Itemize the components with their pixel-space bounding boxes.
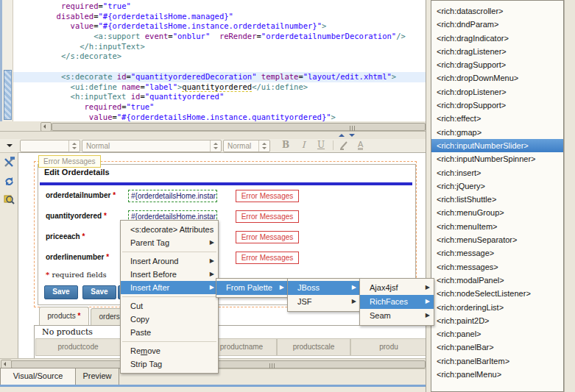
palette-item[interactable]: <rich:nodeSelectListener> bbox=[431, 287, 563, 300]
collapse-up-icon[interactable] bbox=[339, 134, 345, 137]
visual-design-pane[interactable]: Error Messages Edit Orderdetails orderde… bbox=[18, 152, 426, 359]
code-line[interactable]: value="#{orderdetailsHome.instance.order… bbox=[13, 21, 426, 32]
menu-item[interactable]: RichFaces▶ bbox=[360, 295, 434, 309]
table-header-productcode[interactable]: productcode bbox=[35, 338, 121, 356]
bold-button[interactable]: B bbox=[278, 140, 293, 151]
palette-item[interactable]: <rich:menuSeparator> bbox=[431, 233, 563, 246]
richfaces-palette[interactable]: <rich:datascroller><rich:dndParam><rich:… bbox=[431, 0, 564, 392]
preferences-search-icon[interactable] bbox=[3, 193, 15, 206]
table-header-produ[interactable]: produ bbox=[350, 338, 426, 356]
palette-item[interactable]: <rich:messages> bbox=[431, 260, 563, 274]
font-style-combo[interactable] bbox=[20, 140, 80, 152]
italic-button[interactable]: I bbox=[296, 140, 311, 151]
menu-item[interactable]: Seam▶ bbox=[360, 309, 434, 323]
code-token: id bbox=[117, 72, 127, 81]
menu-item[interactable]: Insert Before▶ bbox=[121, 268, 218, 281]
menu-item[interactable]: Remove bbox=[121, 344, 218, 357]
scrollbar-thumb[interactable] bbox=[52, 123, 426, 131]
code-line[interactable]: <s:decorate id="quantityorderedDecoratio… bbox=[13, 72, 426, 82]
palette-item[interactable]: <rich:dropSupport> bbox=[431, 99, 563, 112]
palette-item[interactable]: <rich:dragIndicator> bbox=[431, 32, 563, 45]
menu-item[interactable]: Parent Tag▶ bbox=[121, 236, 218, 249]
annotation-ruler[interactable] bbox=[2, 0, 13, 121]
code-token: "label" bbox=[145, 82, 177, 91]
tab-preview[interactable]: Preview bbox=[75, 368, 119, 385]
table-header-productscale[interactable]: productscale bbox=[277, 338, 350, 356]
field-input[interactable]: #{orderdetailsHome.instar bbox=[128, 190, 217, 202]
panel-title: Edit Orderdetails bbox=[44, 168, 110, 177]
code-line[interactable]: required="true" bbox=[13, 102, 426, 113]
save-button[interactable]: Save bbox=[82, 285, 116, 299]
combo-spinner-icon[interactable] bbox=[210, 140, 221, 152]
palette-item[interactable]: <rich:dropDownMenu> bbox=[431, 71, 563, 85]
palette-item[interactable]: <rich:dropListener> bbox=[431, 85, 563, 99]
tools-icon[interactable] bbox=[3, 156, 15, 168]
code-line[interactable]: disabled="#{orderdetailsHome.managed}" bbox=[13, 12, 426, 22]
code-horizontal-scrollbar[interactable] bbox=[0, 121, 426, 132]
font-size-combo[interactable]: Normal bbox=[223, 140, 270, 152]
code-line[interactable]: <a:support event="onblur" reRender="orde… bbox=[13, 32, 426, 42]
menu-item[interactable]: Insert Around▶ bbox=[121, 254, 218, 268]
menu-item[interactable]: Cut bbox=[121, 299, 218, 313]
underline-button[interactable]: U bbox=[314, 140, 328, 151]
palette-item[interactable]: <rich:dragListener> bbox=[431, 45, 563, 58]
code-line[interactable]: </s:decorate> bbox=[13, 51, 426, 62]
code-line[interactable]: </h:inputText> bbox=[13, 42, 426, 52]
palette-item[interactable]: <rich:panel> bbox=[431, 327, 563, 341]
empty-table-text: No products bbox=[42, 327, 93, 337]
menu-separator bbox=[122, 252, 216, 252]
palette-item[interactable]: <rich:menuItem> bbox=[431, 220, 563, 233]
collapse-down-icon[interactable] bbox=[349, 134, 355, 137]
menu-item-label: Paste bbox=[130, 328, 151, 337]
font-color-icon[interactable]: A bbox=[358, 140, 363, 150]
palette-item[interactable]: <rich:datascroller> bbox=[431, 4, 563, 18]
code-token: > bbox=[331, 113, 336, 121]
menu-item-label: Cut bbox=[130, 302, 143, 310]
menu-item[interactable]: From Palette▶ bbox=[216, 281, 288, 295]
combo-spinner-icon[interactable] bbox=[68, 140, 80, 152]
code-token: name bbox=[121, 82, 140, 91]
menu-item[interactable]: JSF▶ bbox=[288, 295, 360, 309]
palette-item[interactable]: <rich:inputNumberSlider> bbox=[431, 139, 563, 152]
dropdown-arrow-icon[interactable] bbox=[7, 144, 13, 147]
menu-item[interactable]: Copy bbox=[121, 313, 218, 326]
palette-item[interactable]: <rich:effect> bbox=[431, 112, 563, 125]
code-line[interactable]: <ui:define name="label">quantityordered<… bbox=[13, 82, 426, 93]
palette-item[interactable]: <rich:dragSupport> bbox=[431, 58, 563, 71]
menu-item[interactable]: <s:decorate> Attributes bbox=[121, 223, 218, 236]
palette-item[interactable]: <rich:insert> bbox=[431, 166, 563, 179]
refresh-icon[interactable] bbox=[3, 175, 15, 188]
menu-item[interactable]: Insert After▶ bbox=[121, 281, 218, 294]
paragraph-format-combo[interactable]: Normal bbox=[82, 140, 222, 152]
palette-item[interactable]: <rich:orderingList> bbox=[431, 301, 563, 314]
tab-visual-source[interactable]: Visual/Source bbox=[0, 368, 76, 385]
submenu-arrow-icon: ▶ bbox=[426, 295, 430, 308]
palette-item[interactable]: <rich:paint2D> bbox=[431, 314, 563, 327]
menu-item[interactable]: Paste bbox=[121, 326, 218, 339]
menu-item[interactable]: Ajax4jsf▶ bbox=[360, 281, 434, 295]
palette-item[interactable]: <rich:message> bbox=[431, 246, 563, 260]
save-button[interactable]: Save bbox=[44, 285, 78, 299]
code-lines[interactable]: required="true" disabled="#{orderdetails… bbox=[13, 1, 426, 122]
arrow-left-icon bbox=[4, 362, 6, 366]
code-token: <ui:define bbox=[71, 82, 117, 91]
code-line[interactable]: <h:inputText id="quantityordered" bbox=[13, 92, 426, 102]
source-code-editor[interactable]: required="true" disabled="#{orderdetails… bbox=[0, 0, 426, 122]
palette-item[interactable]: <rich:jQuery> bbox=[431, 179, 563, 193]
code-line[interactable] bbox=[13, 62, 426, 72]
menu-item[interactable]: Strip Tag bbox=[121, 357, 218, 371]
palette-item[interactable]: <rich:panelMenu> bbox=[431, 368, 563, 381]
palette-item[interactable]: <rich:menuGroup> bbox=[431, 206, 563, 219]
palette-item[interactable]: <rich:inputNumberSpinner> bbox=[431, 152, 563, 165]
palette-item[interactable]: <rich:listShuttle> bbox=[431, 193, 563, 206]
highlight-pen-icon[interactable] bbox=[339, 140, 350, 152]
tab-products[interactable]: products * bbox=[39, 307, 89, 326]
palette-item[interactable]: <rich:gmap> bbox=[431, 126, 563, 139]
combo-spinner-icon[interactable] bbox=[258, 140, 269, 152]
palette-item[interactable]: <rich:panelBar> bbox=[431, 341, 563, 354]
code-line[interactable]: required="true" bbox=[13, 1, 426, 12]
menu-item[interactable]: JBoss▶ bbox=[288, 281, 360, 295]
palette-item[interactable]: <rich:dndParam> bbox=[431, 18, 563, 31]
palette-item[interactable]: <rich:panelBarItem> bbox=[431, 354, 563, 368]
palette-item[interactable]: <rich:modalPanel> bbox=[431, 274, 563, 287]
